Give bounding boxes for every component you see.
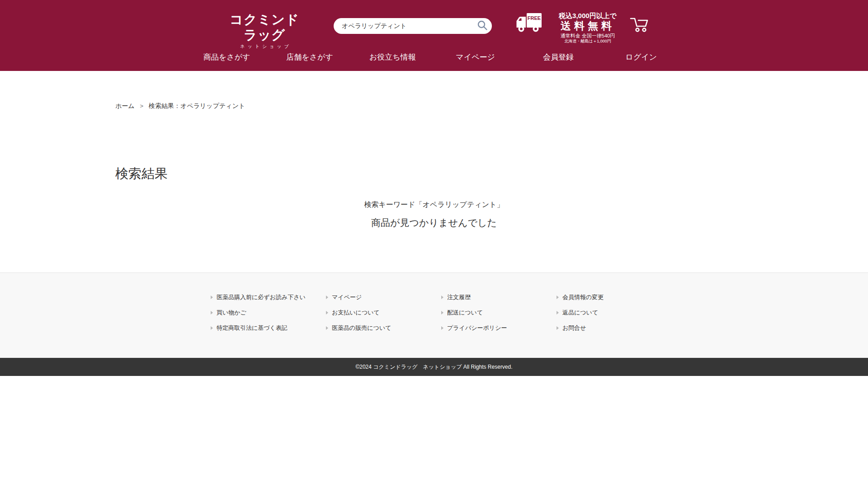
breadcrumb-current: 検索結果：オペラリップティント [149, 102, 245, 109]
arrow-right-icon [441, 296, 443, 299]
arrow-right-icon [557, 311, 559, 314]
arrow-right-icon [557, 296, 559, 299]
footer-column-1: 医薬品購入前に必ずお読み下さい 買い物かご 特定商取引法に基づく表記 [211, 293, 323, 339]
arrow-right-icon [326, 326, 328, 330]
footer-link-delivery[interactable]: 配送について [441, 308, 554, 317]
page-title: 検索結果 [115, 164, 753, 183]
footer-link-contact[interactable]: お問合せ [557, 324, 669, 332]
shipping-line3: 通常料金 全国一律540円 [547, 33, 628, 39]
footer-link-cart[interactable]: 買い物かご [211, 308, 323, 317]
search-results-main: ホーム > 検索結果：オペラリップティント 検索結果 検索キーワード「オペラリッ… [0, 71, 868, 272]
arrow-right-icon [441, 311, 443, 314]
footer-links: 医薬品購入前に必ずお読み下さい 買い物かご 特定商取引法に基づく表記 マイページ… [199, 293, 669, 339]
shipping-line4: 北海道・離島は＋1,000円 [547, 39, 628, 44]
nav-item-info[interactable]: お役立ち情報 [351, 50, 434, 68]
footer-link-label: 配送について [447, 308, 483, 317]
search-box [334, 18, 492, 34]
footer-link-label: 特定商取引法に基づく表記 [217, 324, 288, 332]
logo-text: コクミンドラッグ [226, 12, 303, 42]
nav-item-mypage[interactable]: マイページ [434, 50, 517, 68]
copyright-bar: ©2024 コクミンドラッグ ネットショップ All Rights Reserv… [0, 358, 868, 376]
footer-link-label: マイページ [332, 293, 362, 301]
arrow-right-icon [211, 311, 213, 314]
search-input[interactable] [334, 18, 492, 34]
footer-link-returns[interactable]: 返品について [557, 308, 669, 317]
footer-link-label: 会員情報の変更 [562, 293, 604, 301]
shipping-line2: 送料無料 [547, 20, 628, 32]
logo-subtext: ネットショップ [226, 43, 303, 50]
nav-item-stores[interactable]: 店舗をさがす [268, 50, 351, 68]
footer-link-member-info[interactable]: 会員情報の変更 [557, 293, 669, 301]
truck-free-icon: FREE [515, 12, 542, 33]
search-keyword-line: 検索キーワード「オペラリップティント」 [115, 200, 753, 210]
arrow-right-icon [211, 296, 213, 299]
footer-link-commercial-law[interactable]: 特定商取引法に基づく表記 [211, 324, 323, 332]
footer-link-label: プライバシーポリシー [447, 324, 507, 332]
site-footer: 医薬品購入前に必ずお読み下さい 買い物かご 特定商取引法に基づく表記 マイページ… [0, 272, 868, 358]
footer-link-label: お問合せ [562, 324, 586, 332]
footer-link-payment[interactable]: お支払いについて [326, 308, 439, 317]
breadcrumb-separator-icon: > [140, 103, 144, 109]
site-header: コクミンドラッグ ネットショップ FREE 税込3,000円以上で 送料無料 通… [0, 0, 868, 71]
footer-column-4: 会員情報の変更 返品について お問合せ [557, 293, 669, 339]
breadcrumb-home-link[interactable]: ホーム [115, 102, 135, 109]
footer-link-label: お支払いについて [332, 308, 380, 317]
footer-link-label: 買い物かご [217, 308, 246, 317]
arrow-right-icon [557, 326, 559, 330]
footer-link-label: 医薬品の販売について [332, 324, 392, 332]
footer-link-order-history[interactable]: 注文履歴 [441, 293, 554, 301]
no-results-message: 商品が見つかりませんでした [115, 216, 753, 230]
free-shipping-banner: FREE 税込3,000円以上で 送料無料 通常料金 全国一律540円 北海道・… [515, 12, 628, 44]
footer-link-medicine-sales[interactable]: 医薬品の販売について [326, 324, 439, 332]
footer-column-3: 注文履歴 配送について プライバシーポリシー [441, 293, 554, 339]
footer-link-medicine-notice[interactable]: 医薬品購入前に必ずお読み下さい [211, 293, 323, 301]
nav-item-register[interactable]: 会員登録 [517, 50, 599, 68]
shipping-text: 税込3,000円以上で 送料無料 通常料金 全国一律540円 北海道・離島は＋1… [547, 12, 628, 44]
footer-link-label: 返品について [562, 308, 598, 317]
free-label: FREE [528, 15, 541, 21]
nav-item-products[interactable]: 商品をさがす [185, 50, 268, 68]
main-nav: 商品をさがす 店舗をさがす お役立ち情報 マイページ 会員登録 ログイン [185, 50, 683, 68]
copyright-text: ©2024 コクミンドラッグ ネットショップ All Rights Reserv… [355, 364, 512, 370]
cart-button[interactable] [628, 14, 650, 36]
arrow-right-icon [326, 296, 328, 299]
arrow-right-icon [441, 326, 443, 330]
footer-link-label: 注文履歴 [447, 293, 471, 301]
footer-link-privacy-policy[interactable]: プライバシーポリシー [441, 324, 554, 332]
cart-icon [628, 14, 650, 36]
arrow-right-icon [326, 311, 328, 314]
shipping-line1: 税込3,000円以上で [547, 12, 628, 20]
search-button[interactable] [476, 19, 489, 33]
arrow-right-icon [211, 326, 213, 330]
footer-link-label: 医薬品購入前に必ずお読み下さい [217, 293, 306, 301]
breadcrumb: ホーム > 検索結果：オペラリップティント [115, 102, 753, 110]
nav-item-login[interactable]: ログイン [600, 50, 683, 68]
footer-column-2: マイページ お支払いについて 医薬品の販売について [326, 293, 439, 339]
search-icon [476, 19, 488, 31]
site-logo[interactable]: コクミンドラッグ ネットショップ [226, 12, 303, 50]
footer-link-mypage[interactable]: マイページ [326, 293, 439, 301]
